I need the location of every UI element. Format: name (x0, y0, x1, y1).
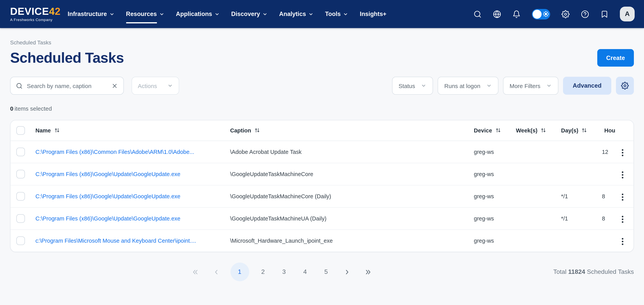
task-hours: 8 (602, 215, 605, 221)
task-caption: \GoogleUpdateTaskMachineCore (230, 171, 313, 177)
task-caption: \Adobe Acrobat Update Task (230, 149, 302, 155)
chevron-down-icon (546, 83, 552, 88)
filter-runs-at-logon-dropdown[interactable]: Runs at logon (438, 77, 498, 95)
search-icon[interactable] (474, 10, 482, 18)
sort-icon (541, 128, 546, 133)
page-button-5[interactable]: 5 (319, 265, 333, 279)
column-header-weeks[interactable]: Week(s) (516, 127, 561, 134)
page-button-3[interactable]: 3 (277, 265, 291, 279)
table-row: c:\Program Files\Microsoft Mouse and Key… (10, 229, 634, 252)
breadcrumb[interactable]: Scheduled Tasks (10, 39, 634, 46)
task-name-link[interactable]: C:\Program Files (x86)\Google\Update\Goo… (36, 215, 180, 221)
chevron-down-icon (159, 12, 164, 17)
top-navbar: DEVICE42 A Freshworks Company Infrastruc… (0, 0, 644, 28)
scheduled-tasks-table: Name Caption Device Week(s) Day(s) Hou C… (10, 120, 634, 252)
row-checkbox[interactable] (16, 192, 25, 200)
row-checkbox[interactable] (16, 170, 25, 178)
table-row: C:\Program Files (x86)\Google\Update\Goo… (10, 163, 634, 185)
chevron-down-icon (168, 83, 173, 88)
task-name-link[interactable]: C:\Program Files (x86)\Google\Update\Goo… (36, 193, 180, 199)
total-count: Total 11824 Scheduled Tasks (553, 268, 634, 275)
nav-item-discovery[interactable]: Discovery (231, 0, 268, 28)
nav-item-infrastructure[interactable]: Infrastructure (68, 0, 114, 28)
device42-logo[interactable]: DEVICE42 A Freshworks Company (10, 7, 60, 22)
bookmark-icon[interactable] (600, 10, 608, 18)
search-icon (16, 82, 22, 89)
nav-item-analytics[interactable]: Analytics (279, 0, 314, 28)
actions-dropdown[interactable]: Actions (132, 77, 179, 95)
sun-icon (545, 13, 547, 15)
bell-icon[interactable] (512, 10, 520, 18)
task-days: */1 (561, 193, 568, 199)
row-actions-button[interactable] (619, 236, 626, 247)
column-header-name[interactable]: Name (36, 127, 230, 134)
row-actions-button[interactable] (619, 147, 626, 158)
globe-icon[interactable] (493, 10, 501, 18)
sort-icon (254, 128, 260, 133)
last-page-button[interactable] (361, 265, 375, 279)
nav-item-insights-plus[interactable]: Insights+ (360, 0, 386, 28)
total-count-number: 11824 (568, 268, 585, 275)
column-header-caption[interactable]: Caption (230, 127, 474, 134)
chevron-down-icon (262, 12, 268, 17)
first-page-button[interactable] (188, 265, 202, 279)
chevron-down-icon (486, 83, 492, 88)
chevron-down-icon (421, 83, 426, 88)
row-checkbox[interactable] (16, 236, 25, 245)
create-button[interactable]: Create (597, 49, 634, 67)
chevron-down-icon (308, 12, 314, 17)
task-device: greg-ws (474, 149, 494, 155)
filter-status-dropdown[interactable]: Status (392, 77, 433, 95)
table-footer: 1 2 3 4 5 Total 11824 Scheduled Tasks (10, 262, 634, 282)
task-device: greg-ws (474, 215, 494, 221)
avatar[interactable]: A (620, 7, 635, 22)
selection-count: 0items selected (10, 105, 634, 112)
row-actions-button[interactable] (619, 169, 626, 181)
search-input[interactable] (27, 82, 107, 89)
table-row: C:\Program Files (x86)\Common Files\Adob… (10, 141, 634, 163)
nav-item-resources[interactable]: Resources (126, 0, 164, 28)
task-name-link[interactable]: C:\Program Files (x86)\Google\Update\Goo… (36, 171, 180, 177)
table-settings-button[interactable] (616, 77, 634, 95)
theme-toggle[interactable] (532, 9, 550, 19)
page-button-2[interactable]: 2 (256, 265, 270, 279)
nav-item-applications[interactable]: Applications (176, 0, 220, 28)
logo-tagline: A Freshworks Company (10, 18, 60, 22)
navbar-actions: A (474, 7, 635, 22)
task-name-link[interactable]: c:\Program Files\Microsoft Mouse and Key… (36, 238, 196, 244)
advanced-button[interactable]: Advanced (563, 77, 611, 95)
page-button-4[interactable]: 4 (298, 265, 312, 279)
column-header-days[interactable]: Day(s) (561, 127, 601, 134)
nav-item-tools[interactable]: Tools (325, 0, 348, 28)
title-row: Scheduled Tasks Create (10, 49, 634, 67)
column-header-hours-truncated[interactable]: Hou (601, 120, 619, 141)
logo-wordmark: DEVICE42 (10, 7, 60, 17)
clear-search-icon[interactable] (111, 82, 118, 89)
double-chevron-right-icon (365, 268, 372, 275)
help-icon[interactable] (581, 10, 589, 18)
task-name-link[interactable]: C:\Program Files (x86)\Common Files\Adob… (36, 149, 194, 155)
task-hours: 12 (602, 149, 608, 155)
scheduled-tasks-table-card: Name Caption Device Week(s) Day(s) Hou C… (10, 120, 634, 252)
more-filters-dropdown[interactable]: More Filters (503, 77, 558, 95)
row-checkbox[interactable] (16, 147, 25, 156)
toolbar: Actions Status Runs at logon More Filter… (10, 77, 634, 95)
column-header-device[interactable]: Device (474, 127, 516, 134)
table-header-row: Name Caption Device Week(s) Day(s) Hou (10, 120, 634, 141)
chevron-down-icon (343, 12, 348, 17)
row-actions-button[interactable] (619, 191, 626, 203)
row-checkbox[interactable] (16, 214, 25, 223)
chevron-down-icon (214, 12, 220, 17)
row-actions-button[interactable] (619, 213, 626, 225)
selected-count-number: 0 (10, 105, 14, 112)
select-all-checkbox[interactable] (16, 126, 25, 135)
next-page-button[interactable] (340, 265, 354, 279)
sort-icon (495, 128, 501, 133)
gear-icon[interactable] (562, 10, 570, 18)
task-days: */1 (561, 215, 568, 221)
task-caption: \GoogleUpdateTaskMachineUA (Daily) (230, 215, 326, 221)
prev-page-button[interactable] (209, 265, 223, 279)
page-button-1[interactable]: 1 (230, 262, 249, 281)
filter-group: Status Runs at logon More Filters Advanc… (392, 77, 634, 95)
pagination: 1 2 3 4 5 (188, 262, 375, 281)
